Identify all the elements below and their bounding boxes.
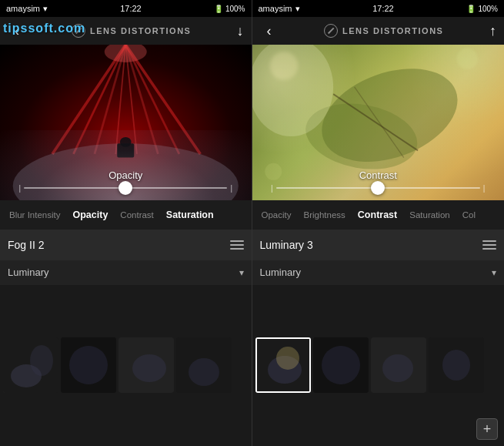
left-panel: tipssoft.com amaysim ▾ 17:22 🔋 100% ‹ LE… (0, 0, 252, 446)
tab-saturation-left[interactable]: Saturation (160, 206, 220, 223)
slider-label-right: Contrast (359, 169, 397, 181)
time-right: 17:22 (372, 4, 394, 13)
time-left: 17:22 (120, 4, 142, 13)
slider-track-left[interactable]: | | (18, 184, 232, 193)
status-bar-right: amaysim ▾ 17:22 🔋 100% (252, 0, 505, 17)
thumbnails-left (0, 285, 252, 447)
wifi-icon-left: ▾ (43, 4, 48, 14)
thumb-img-right-2 (313, 337, 369, 393)
thumbnails-right: + (252, 285, 505, 447)
thumb-img-1 (3, 337, 58, 393)
thumb-item-right-3[interactable] (371, 337, 426, 393)
right-panel: amaysim ▾ 17:22 🔋 100% ‹ LENS DISTORTION… (252, 0, 505, 446)
slider-max-left: | (230, 184, 232, 193)
svg-point-8 (105, 45, 147, 62)
category-label-right: Luminary (260, 267, 301, 278)
opacity-slider-container: Opacity | | (0, 169, 252, 193)
thumb-item-left-2[interactable] (61, 337, 116, 393)
battery-icon-left: 🔋 (214, 5, 223, 13)
tab-opacity-right[interactable]: Opacity (255, 207, 298, 223)
svg-point-20 (189, 358, 219, 386)
thumb-item-left-1[interactable] (3, 337, 58, 393)
category-row-left[interactable]: Luminary ▾ (0, 260, 252, 285)
slider-thumb-right[interactable] (371, 181, 385, 195)
logo-text-left: LENS DISTORTIONS (90, 26, 191, 35)
preset-row-left: Fog II 2 (0, 230, 252, 260)
hamburger-menu-right[interactable] (482, 240, 496, 250)
dropdown-arrow-left: ▾ (239, 267, 244, 278)
slider-rail-left[interactable] (24, 187, 227, 189)
logo-text-right: LENS DISTORTIONS (342, 26, 443, 35)
battery-text-left: 100% (225, 5, 245, 13)
thumb-img-right-3 (371, 337, 426, 393)
svg-point-33 (322, 346, 360, 384)
svg-point-14 (30, 345, 53, 376)
slider-max-right: | (483, 184, 486, 193)
svg-point-37 (442, 350, 470, 381)
slider-min-right: | (271, 184, 273, 193)
tab-saturation-right[interactable]: Saturation (403, 207, 456, 223)
slider-track-right[interactable]: | | (271, 184, 485, 193)
thumb-item-right-4[interactable] (429, 337, 484, 393)
preset-name-right: Luminary 3 (260, 239, 313, 251)
wifi-icon-right: ▾ (295, 4, 300, 14)
slider-thumb-left[interactable] (118, 181, 132, 195)
preset-row-right: Luminary 3 (252, 230, 505, 260)
thumb-item-right-1[interactable] (255, 337, 311, 393)
tab-opacity-left[interactable]: Opacity (66, 206, 114, 223)
thumb-img-3 (118, 337, 174, 393)
svg-point-18 (132, 354, 166, 382)
slider-min-left: | (18, 184, 21, 193)
svg-point-31 (276, 347, 299, 370)
image-area-left: Opacity | | (0, 45, 252, 200)
thumb-img-right-4 (429, 337, 484, 393)
thumb-img-right-1 (257, 339, 311, 393)
tab-color-right[interactable]: Col (456, 207, 482, 223)
dropdown-arrow-right: ▾ (492, 267, 496, 278)
logo-line-icon-right (328, 28, 334, 34)
status-bar-left: amaysim ▾ 17:22 🔋 100% (0, 0, 252, 17)
svg-point-26 (456, 49, 477, 69)
preset-name-left: Fog II 2 (8, 239, 44, 251)
image-area-right: Contrast | | (252, 45, 505, 200)
back-button-right[interactable]: ‹ (260, 23, 279, 39)
thumb-item-left-3[interactable] (118, 337, 174, 393)
add-preset-button[interactable]: + (476, 418, 498, 440)
svg-point-35 (382, 354, 413, 382)
category-row-right[interactable]: Luminary ▾ (252, 260, 505, 285)
battery-icon-right: 🔋 (466, 5, 476, 13)
app-header-right: ‹ LENS DISTORTIONS ↑ (252, 17, 505, 45)
tab-contrast-left[interactable]: Contrast (114, 207, 159, 223)
thumb-item-right-2[interactable] (313, 337, 369, 393)
app-logo-right: LENS DISTORTIONS (324, 24, 443, 38)
logo-circle-icon-right (324, 24, 338, 38)
slider-label-left: Opacity (108, 169, 142, 181)
download-button-left[interactable]: ↓ (237, 23, 244, 39)
download-button-right[interactable]: ↑ (489, 23, 496, 39)
battery-text-right: 100% (478, 5, 498, 13)
thumb-img-2 (61, 337, 116, 393)
contrast-slider-container: Contrast | | (252, 169, 505, 193)
carrier-right: amaysim (259, 4, 292, 13)
thumb-img-4 (176, 337, 232, 393)
carrier-left: amaysim (6, 4, 40, 13)
watermark-left: tipssoft.com (3, 22, 85, 35)
tab-blur-intensity[interactable]: Blur Intensity (3, 207, 66, 223)
slider-rail-right[interactable] (276, 187, 480, 189)
tabs-bar-right: Opacity Brightness Contrast Saturation C… (252, 200, 505, 230)
thumb-item-left-4[interactable] (176, 337, 232, 393)
app-logo-left: LENS DISTORTIONS (72, 24, 191, 38)
hamburger-menu-left[interactable] (230, 240, 244, 250)
svg-point-16 (69, 346, 108, 384)
tabs-bar-left: Blur Intensity Opacity Contrast Saturati… (0, 200, 252, 230)
category-label-left: Luminary (8, 267, 48, 278)
tab-contrast-right[interactable]: Contrast (352, 206, 403, 223)
tab-brightness-right[interactable]: Brightness (298, 207, 352, 223)
